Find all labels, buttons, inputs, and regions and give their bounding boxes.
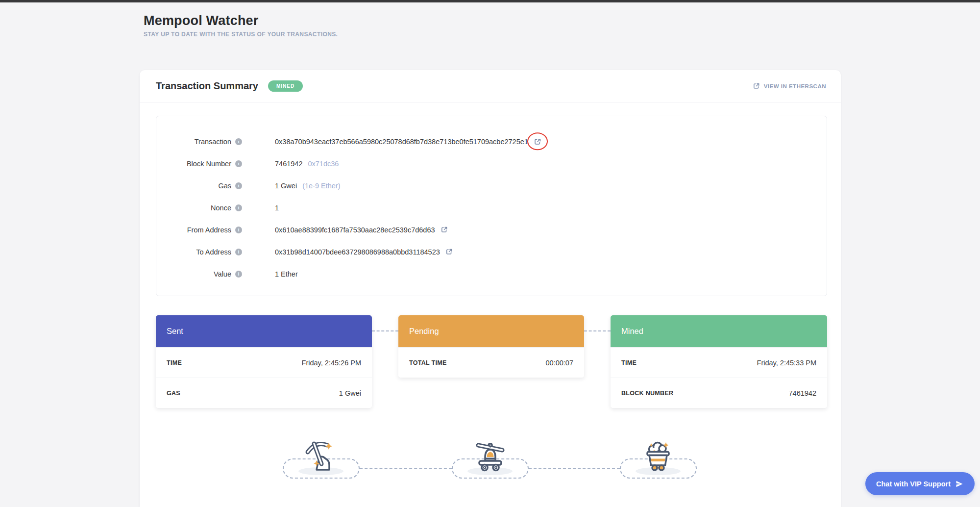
summary-card-header: Transaction Summary MINED VIEW IN ETHERS… bbox=[140, 70, 841, 102]
sent-time-row: TIME Friday, 2:45:26 PM bbox=[156, 347, 372, 378]
field-label: Block Number bbox=[187, 160, 231, 168]
row-value: 7461942 bbox=[789, 389, 816, 397]
bell-cart-icon bbox=[472, 437, 508, 473]
from-address-external-link-icon[interactable] bbox=[441, 226, 448, 233]
paper-plane-icon bbox=[955, 480, 964, 488]
field-label: From Address bbox=[187, 226, 231, 234]
row-value: 1 Gwei bbox=[339, 389, 361, 397]
pending-status-card: Pending TOTAL TIME 00:00:07 bbox=[398, 315, 584, 378]
page-subtitle: STAY UP TO DATE WITH THE STATUS OF YOUR … bbox=[144, 31, 338, 38]
field-row-transaction: Transactioni 0x38a70b943eacf37eb566a5980… bbox=[156, 130, 827, 152]
ether-value: 1 Ether bbox=[275, 270, 298, 278]
external-link-icon bbox=[753, 82, 760, 90]
transaction-external-link-icon[interactable] bbox=[534, 138, 541, 146]
pickaxe-icon bbox=[303, 437, 339, 473]
mined-card-header: Mined bbox=[611, 315, 827, 347]
field-row-nonce: Noncei 1 bbox=[156, 197, 827, 219]
transaction-summary-card: Transaction Summary MINED VIEW IN ETHERS… bbox=[140, 70, 841, 507]
etherscan-link-label: VIEW IN ETHERSCAN bbox=[764, 83, 826, 89]
status-timeline: Sent TIME Friday, 2:45:26 PM GAS 1 Gwei … bbox=[156, 315, 827, 411]
mined-time-row: TIME Friday, 2:45:33 PM bbox=[611, 347, 827, 378]
connector-sent-pending bbox=[372, 330, 398, 331]
mine-cart-icon bbox=[640, 437, 676, 473]
row-label: TIME bbox=[621, 359, 637, 366]
field-row-block-number: Block Numberi 7461942 0x71dc36 bbox=[156, 152, 827, 175]
row-value: Friday, 2:45:26 PM bbox=[302, 359, 361, 367]
sent-card-header: Sent bbox=[156, 315, 372, 347]
page-header: Mempool Watcher STAY UP TO DATE WITH THE… bbox=[144, 13, 338, 38]
field-label: Transaction bbox=[195, 138, 231, 146]
field-label: Nonce bbox=[211, 204, 231, 212]
gas-ether-equivalent: (1e-9 Ether) bbox=[302, 182, 340, 190]
to-address-external-link-icon[interactable] bbox=[445, 248, 453, 255]
info-icon[interactable]: i bbox=[235, 227, 242, 233]
mempool-watcher-page: Mempool Watcher STAY UP TO DATE WITH THE… bbox=[0, 0, 980, 507]
field-row-gas: Gasi 1 Gwei (1e-9 Ether) bbox=[156, 175, 827, 197]
transaction-hash: 0x38a70b943eacf37eb566a5980c25078d68fb7d… bbox=[275, 138, 528, 146]
progress-connector-1 bbox=[360, 468, 452, 469]
info-icon[interactable]: i bbox=[235, 249, 242, 255]
info-icon[interactable]: i bbox=[235, 182, 242, 189]
from-address-value: 0x610ae88399fc1687fa7530aac28ec2539c7d6d… bbox=[275, 226, 435, 234]
row-label: GAS bbox=[167, 390, 180, 397]
field-row-value: Valuei 1 Ether bbox=[156, 263, 827, 285]
block-number-hex: 0x71dc36 bbox=[308, 160, 339, 168]
top-window-bar bbox=[0, 0, 980, 2]
field-row-to-address: To Addressi 0x31b98d14007bdee63729808698… bbox=[156, 241, 827, 263]
chat-button-label: Chat with VIP Support bbox=[876, 480, 951, 488]
status-badge: MINED bbox=[268, 80, 303, 92]
field-label: Value bbox=[214, 270, 231, 278]
sent-gas-row: GAS 1 Gwei bbox=[156, 378, 372, 408]
progress-connector-2 bbox=[529, 468, 620, 469]
page-title: Mempool Watcher bbox=[144, 13, 338, 28]
block-number-value: 7461942 bbox=[275, 160, 302, 168]
sent-status-card: Sent TIME Friday, 2:45:26 PM GAS 1 Gwei bbox=[156, 315, 372, 408]
gas-value: 1 Gwei bbox=[275, 182, 297, 190]
mined-status-card: Mined TIME Friday, 2:45:33 PM BLOCK NUMB… bbox=[611, 315, 827, 408]
info-icon[interactable]: i bbox=[235, 204, 242, 211]
mining-progress-illustration bbox=[156, 426, 827, 489]
nonce-value: 1 bbox=[275, 204, 279, 212]
connector-pending-mined bbox=[584, 330, 611, 331]
field-row-from-address: From Addressi 0x610ae88399fc1687fa7530aa… bbox=[156, 219, 827, 241]
row-label: BLOCK NUMBER bbox=[621, 390, 673, 397]
info-icon[interactable]: i bbox=[235, 138, 242, 145]
summary-title: Transaction Summary bbox=[156, 80, 258, 92]
row-value: Friday, 2:45:33 PM bbox=[757, 359, 816, 367]
pending-card-header: Pending bbox=[398, 315, 584, 347]
row-value: 00:00:07 bbox=[546, 359, 573, 367]
row-label: TOTAL TIME bbox=[409, 359, 447, 366]
field-label: To Address bbox=[196, 248, 231, 256]
info-icon[interactable]: i bbox=[235, 160, 242, 167]
chat-vip-support-button[interactable]: Chat with VIP Support bbox=[865, 472, 975, 495]
view-in-etherscan-link[interactable]: VIEW IN ETHERSCAN bbox=[753, 82, 826, 90]
field-label: Gas bbox=[218, 182, 231, 190]
transaction-details-panel: Transactioni 0x38a70b943eacf37eb566a5980… bbox=[156, 116, 827, 296]
mined-block-number-row: BLOCK NUMBER 7461942 bbox=[611, 378, 827, 408]
info-icon[interactable]: i bbox=[235, 271, 242, 278]
to-address-value: 0x31b98d14007bdee637298086988a0bbd311845… bbox=[275, 248, 440, 256]
row-label: TIME bbox=[167, 359, 182, 366]
pending-total-time-row: TOTAL TIME 00:00:07 bbox=[398, 347, 584, 378]
